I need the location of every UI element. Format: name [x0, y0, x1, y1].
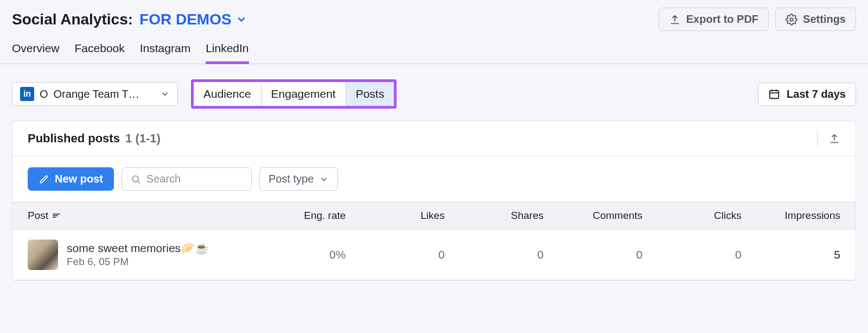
cell-post: some sweet memories🥟☕ Feb 6, 05 PM: [12, 230, 262, 280]
tab-facebook[interactable]: Facebook: [75, 42, 125, 64]
col-impressions[interactable]: Impressions: [757, 202, 856, 229]
cell-comments: 0: [559, 230, 658, 280]
sort-icon: [53, 213, 60, 218]
col-post-label: Post: [28, 210, 48, 222]
calendar-icon: [768, 88, 780, 100]
svg-rect-1: [770, 91, 779, 99]
panel-title: Published posts: [28, 131, 120, 145]
pencil-icon: [39, 174, 49, 185]
title-wrap: Social Analytics: FOR DEMOS: [12, 11, 247, 28]
export-label: Export to PDF: [686, 13, 758, 26]
filter-label: Post type: [269, 173, 314, 185]
post-type-filter[interactable]: Post type: [259, 167, 338, 191]
view-segments: Audience Engagement Posts: [191, 79, 397, 109]
segment-posts[interactable]: Posts: [346, 82, 394, 106]
platform-tabs: Overview Facebook Instagram LinkedIn: [0, 35, 868, 64]
chevron-down-icon: [319, 174, 329, 184]
controls-left: in O Orange Team T… Audience Engagement …: [12, 79, 397, 109]
controls-row: in O Orange Team T… Audience Engagement …: [0, 64, 868, 121]
gear-icon: [786, 14, 797, 26]
tab-instagram[interactable]: Instagram: [140, 42, 190, 64]
post-thumbnail: [28, 240, 58, 270]
linkedin-icon: in: [20, 87, 34, 101]
svg-point-2: [132, 175, 138, 181]
cell-impressions: 5: [757, 230, 856, 280]
col-eng-rate[interactable]: Eng. rate: [262, 202, 361, 229]
new-post-label: New post: [55, 173, 103, 185]
panel-toolbar: New post Post type: [12, 156, 856, 202]
col-shares[interactable]: Shares: [460, 202, 559, 229]
settings-label: Settings: [803, 13, 846, 26]
tab-linkedin[interactable]: LinkedIn: [206, 42, 248, 64]
date-range-selector[interactable]: Last 7 days: [758, 83, 856, 106]
col-likes[interactable]: Likes: [361, 202, 459, 229]
posts-table: Post Eng. rate Likes Shares Comments Cli…: [12, 202, 856, 280]
post-info: some sweet memories🥟☕ Feb 6, 05 PM: [67, 242, 209, 268]
export-icon[interactable]: [828, 133, 840, 144]
panel-count: 1 (1-1): [125, 131, 161, 145]
settings-button[interactable]: Settings: [775, 8, 856, 31]
post-title: some sweet memories🥟☕: [67, 242, 209, 255]
search-icon: [131, 173, 141, 185]
page-header: Social Analytics: FOR DEMOS Export to PD…: [0, 0, 868, 35]
post-cell: some sweet memories🥟☕ Feb 6, 05 PM: [28, 240, 209, 270]
table-row[interactable]: some sweet memories🥟☕ Feb 6, 05 PM 0% 0 …: [12, 230, 856, 280]
header-actions: Export to PDF Settings: [659, 8, 856, 31]
divider: [817, 131, 818, 146]
account-name: Orange Team T…: [54, 88, 155, 100]
upload-icon: [669, 14, 681, 26]
chevron-down-icon: [160, 89, 170, 99]
segment-audience[interactable]: Audience: [194, 82, 261, 106]
table-header: Post Eng. rate Likes Shares Comments Cli…: [12, 202, 856, 230]
tab-overview[interactable]: Overview: [12, 42, 60, 64]
svg-point-0: [790, 18, 793, 21]
col-clicks[interactable]: Clicks: [658, 202, 756, 229]
posts-panel: Published posts 1 (1-1) New post Post ty…: [12, 121, 856, 281]
date-range-label: Last 7 days: [787, 88, 846, 100]
project-selector[interactable]: FOR DEMOS: [139, 11, 247, 28]
cell-eng-rate: 0%: [262, 230, 361, 280]
cell-shares: 0: [460, 230, 559, 280]
search-input[interactable]: [146, 173, 242, 185]
export-pdf-button[interactable]: Export to PDF: [659, 8, 769, 31]
page-title: Social Analytics:: [12, 11, 133, 28]
cell-clicks: 0: [658, 230, 756, 280]
post-date: Feb 6, 05 PM: [67, 256, 209, 268]
col-comments[interactable]: Comments: [559, 202, 658, 229]
account-selector[interactable]: in O Orange Team T…: [12, 82, 178, 106]
search-wrap: [122, 167, 252, 191]
project-name: FOR DEMOS: [139, 11, 232, 28]
panel-header-actions: [817, 131, 840, 146]
new-post-button[interactable]: New post: [28, 167, 114, 191]
segment-engagement[interactable]: Engagement: [261, 82, 346, 106]
col-post[interactable]: Post: [12, 202, 262, 229]
chevron-down-icon: [236, 14, 247, 25]
panel-title-wrap: Published posts 1 (1-1): [28, 131, 161, 146]
panel-header: Published posts 1 (1-1): [12, 121, 856, 156]
account-avatar-letter: O: [40, 88, 48, 100]
cell-likes: 0: [361, 230, 459, 280]
